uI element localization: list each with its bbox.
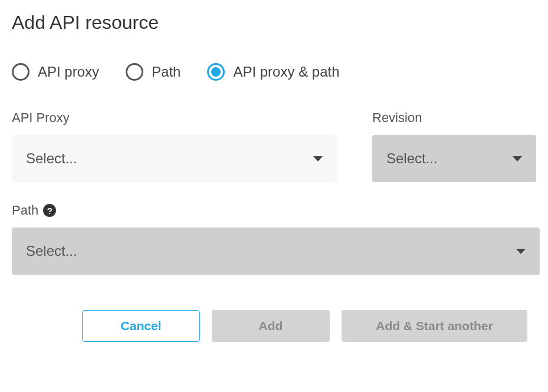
- add-button[interactable]: Add: [212, 310, 330, 342]
- api-proxy-label: API Proxy: [12, 110, 337, 126]
- help-icon[interactable]: ?: [43, 204, 56, 217]
- api-proxy-select[interactable]: Select...: [12, 135, 337, 182]
- select-placeholder: Select...: [26, 150, 77, 167]
- revision-select[interactable]: Select...: [372, 135, 536, 182]
- radio-icon-selected: [207, 63, 225, 81]
- page-title: Add API resource: [12, 12, 536, 34]
- select-placeholder: Select...: [26, 243, 77, 259]
- chevron-down-icon: [513, 156, 522, 162]
- radio-path[interactable]: Path: [126, 63, 181, 81]
- path-label: Path ?: [12, 203, 540, 218]
- resource-type-radio-group: API proxy Path API proxy & path: [12, 63, 536, 81]
- path-label-text: Path: [12, 203, 38, 218]
- chevron-down-icon: [313, 156, 323, 162]
- radio-label: Path: [152, 64, 181, 80]
- cancel-button[interactable]: Cancel: [82, 310, 200, 342]
- radio-label: API proxy & path: [233, 64, 339, 80]
- radio-api-proxy[interactable]: API proxy: [12, 63, 99, 81]
- revision-label: Revision: [372, 110, 536, 126]
- radio-icon: [12, 63, 29, 81]
- add-and-start-another-button[interactable]: Add & Start another: [342, 310, 527, 342]
- chevron-down-icon: [516, 249, 526, 254]
- form-group-path: Path ? Select...: [12, 203, 540, 275]
- action-button-row: Cancel Add Add & Start another: [12, 310, 536, 342]
- form-group-api-proxy: API Proxy Select...: [12, 110, 337, 182]
- select-placeholder: Select...: [386, 150, 438, 167]
- radio-label: API proxy: [38, 64, 99, 80]
- radio-api-proxy-and-path[interactable]: API proxy & path: [207, 63, 339, 81]
- radio-inner-dot: [211, 67, 221, 77]
- radio-icon: [126, 63, 143, 81]
- path-select[interactable]: Select...: [12, 228, 540, 275]
- form-group-revision: Revision Select...: [372, 110, 536, 182]
- form-row-proxy-revision: API Proxy Select... Revision Select...: [12, 110, 536, 182]
